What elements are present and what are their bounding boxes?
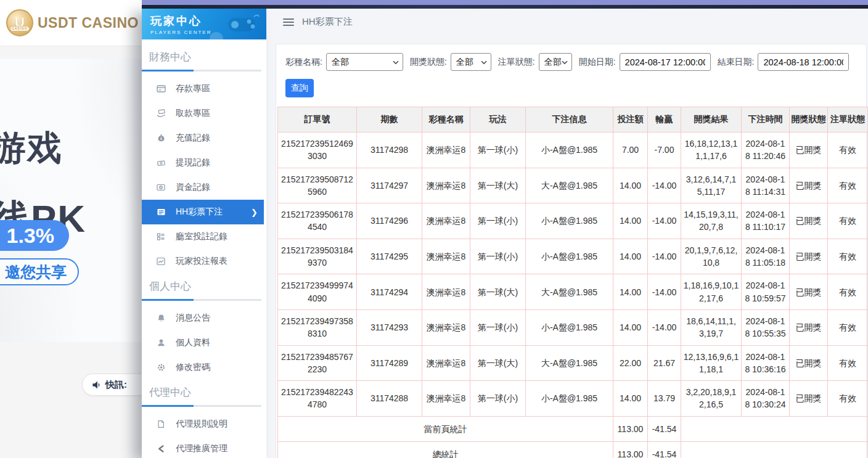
sidebar-item-label: 充值記錄 — [176, 133, 210, 144]
page-stats-empty — [681, 416, 868, 441]
start-date-input[interactable] — [620, 53, 711, 71]
promo-banner: 游戏 线PK 1.3% 邀您共享 — [0, 59, 142, 342]
col-order-status: 注單狀態 — [828, 107, 868, 133]
cell-period: 31174289 — [357, 345, 422, 381]
document-icon — [155, 419, 166, 429]
cell-bet-time: 2024-08-18 10:55:35 — [742, 309, 790, 345]
order-status-value: 全部 — [544, 57, 562, 68]
sidebar-item-announcements[interactable]: 消息公告 — [142, 306, 266, 330]
sidebar-item-room-bet-records[interactable]: 廳室投註記錄 — [142, 224, 266, 249]
sidebar-item-label: 修改密碼 — [176, 362, 210, 373]
cell-play-type: 第一球(大) — [470, 168, 526, 203]
page-stats-winloss-total: -41.54 — [648, 416, 681, 441]
search-button[interactable]: 查詢 — [285, 79, 314, 97]
cell-play-type: 第一球(大) — [470, 274, 526, 310]
cell-bet-time: 2024-08-18 11:14:31 — [742, 168, 790, 203]
page-stats-label: 當前頁統計 — [278, 416, 613, 441]
cell-bet-info: 小-A盤@1.985 — [526, 203, 613, 239]
sidebar-item-agent-promotion[interactable]: 代理推廣管理 — [142, 436, 266, 458]
cell-order-status: 有效 — [828, 133, 868, 168]
speaker-icon — [92, 380, 101, 390]
cell-bet-info: 大-A盤@1.985 — [526, 168, 613, 203]
table-row: 2152172394857672230 31174289 澳洲幸运8 第一球(大… — [278, 345, 868, 381]
sidebar-item-withdraw[interactable]: 取款專區 — [142, 101, 266, 126]
cell-bet-time: 2024-08-18 10:36:16 — [742, 345, 790, 381]
cell-draw-result: 3,12,6,14,7,15,11,17 — [681, 168, 742, 203]
cell-bet-amount: 14.00 — [613, 203, 648, 239]
cell-order-no: 2152172395124693030 — [278, 133, 357, 168]
cell-draw-status: 已開獎 — [790, 239, 828, 274]
cell-winloss: -14.00 — [648, 203, 681, 239]
share-icon — [155, 444, 166, 454]
sidebar-item-recharge-record[interactable]: $ 充值記錄 — [142, 126, 266, 150]
grand-stats-row: 總統計 113.00 -41.54 — [278, 442, 868, 458]
cell-draw-status: 已開獎 — [790, 274, 828, 310]
cell-order-no: 2152172394822434780 — [278, 381, 357, 417]
sidebar-item-funds-record[interactable]: 資金記錄 — [142, 175, 266, 200]
lottery-name-select[interactable]: 全部 — [326, 53, 403, 71]
cell-bet-info: 大-A盤@1.985 — [526, 274, 613, 310]
sidebar-item-cashout-record[interactable]: 提現記錄 — [142, 150, 266, 175]
cell-lottery-name: 澳洲幸运8 — [422, 203, 470, 239]
col-lottery-name: 彩種名稱 — [422, 107, 470, 133]
sidebar-item-hh-lottery-bets[interactable]: HH彩票下注 ❯ — [142, 200, 264, 224]
table-row: 2152172394999744090 31174294 澳洲幸运8 第一球(大… — [278, 274, 868, 310]
col-bet-info: 下注信息 — [526, 107, 613, 133]
sidebar-item-agent-rules[interactable]: 代理規則說明 — [142, 412, 266, 436]
lottery-ledger-icon — [155, 207, 166, 217]
grand-stats-bet-total: 113.00 — [613, 442, 648, 458]
top-navy-strip — [142, 5, 868, 9]
cell-period: 31174293 — [357, 309, 422, 345]
sidebar-item-label: 消息公告 — [176, 313, 210, 324]
cell-lottery-name: 澳洲幸运8 — [422, 274, 470, 310]
section-title-agent: 代理中心 — [142, 380, 266, 405]
table-row: 2152172394973588310 31174293 澳洲幸运8 第一球(小… — [278, 309, 868, 345]
cell-draw-result: 12,13,16,9,6,11,18,1 — [681, 345, 742, 381]
col-draw-status: 開獎狀態 — [790, 107, 828, 133]
sidebar-item-deposit[interactable]: 存款專區 — [142, 76, 266, 101]
sidebar-header: 玩家中心 PLAYERS CENTER — [142, 9, 266, 39]
room-bets-icon — [155, 232, 166, 242]
recharge-bag-icon: $ — [155, 133, 166, 143]
cell-bet-amount: 7.00 — [613, 133, 648, 168]
report-chart-icon — [155, 256, 166, 266]
table-body: 2152172395124693030 31174298 澳洲幸运8 第一球(小… — [278, 133, 868, 417]
section-underline — [142, 405, 261, 407]
gear-icon — [155, 362, 166, 372]
bets-table: 訂單號 期數 彩種名稱 玩法 下注信息 投注額 輸贏 開獎結果 下注時間 開獎狀… — [277, 107, 868, 458]
page-stats-bet-total: 113.00 — [613, 416, 648, 441]
order-status-select[interactable]: 全部 — [539, 53, 572, 71]
col-winloss: 輸贏 — [648, 107, 681, 133]
cell-order-no: 2152172395031849370 — [278, 239, 357, 274]
sidebar-item-label: 提現記錄 — [176, 157, 210, 168]
cell-bet-time: 2024-08-18 10:59:57 — [742, 274, 790, 310]
cell-winloss: 21.67 — [648, 345, 681, 381]
table-row: 2152172395124693030 31174298 澳洲幸运8 第一球(小… — [278, 133, 868, 168]
cell-bet-time: 2024-08-18 10:30:24 — [742, 381, 790, 417]
cell-period: 31174294 — [357, 274, 422, 310]
coin-ribbon-label: CASINO — [10, 26, 30, 31]
cell-bet-time: 2024-08-18 11:05:18 — [742, 239, 790, 274]
sidebar-item-player-bet-report[interactable]: 玩家投注報表 — [142, 249, 266, 274]
sidebar-item-change-password[interactable]: 修改密碼 — [142, 355, 266, 380]
content-card: 彩種名稱: 全部 開獎狀態: 全部 注單狀態: 全部 開始日期: 結束日期: 查… — [276, 44, 867, 458]
rate-badge: 1.3% — [0, 220, 69, 251]
chevron-right-icon: ❯ — [251, 208, 258, 217]
site-header: U CASINO USDT CASINO — [0, 0, 142, 46]
invite-pill: 邀您共享 — [0, 258, 79, 285]
menu-toggle-icon[interactable] — [283, 18, 294, 26]
end-date-input[interactable] — [758, 53, 849, 71]
person-icon — [155, 338, 166, 348]
cell-order-status: 有效 — [828, 381, 868, 417]
cell-draw-status: 已開獎 — [790, 345, 828, 381]
gamepad-icon — [224, 13, 260, 36]
cell-draw-status: 已開獎 — [790, 381, 828, 417]
sidebar-item-profile[interactable]: 個人資料 — [142, 330, 266, 355]
cell-order-status: 有效 — [828, 309, 868, 345]
start-date-label: 開始日期: — [579, 57, 616, 68]
sidebar-item-label: 玩家投注報表 — [176, 256, 227, 267]
cell-draw-status: 已開獎 — [790, 168, 828, 203]
brand-name: USDT CASINO — [38, 15, 139, 31]
draw-status-select[interactable]: 全部 — [451, 53, 491, 71]
cell-draw-result: 18,6,14,11,1,3,19,7 — [681, 309, 742, 345]
